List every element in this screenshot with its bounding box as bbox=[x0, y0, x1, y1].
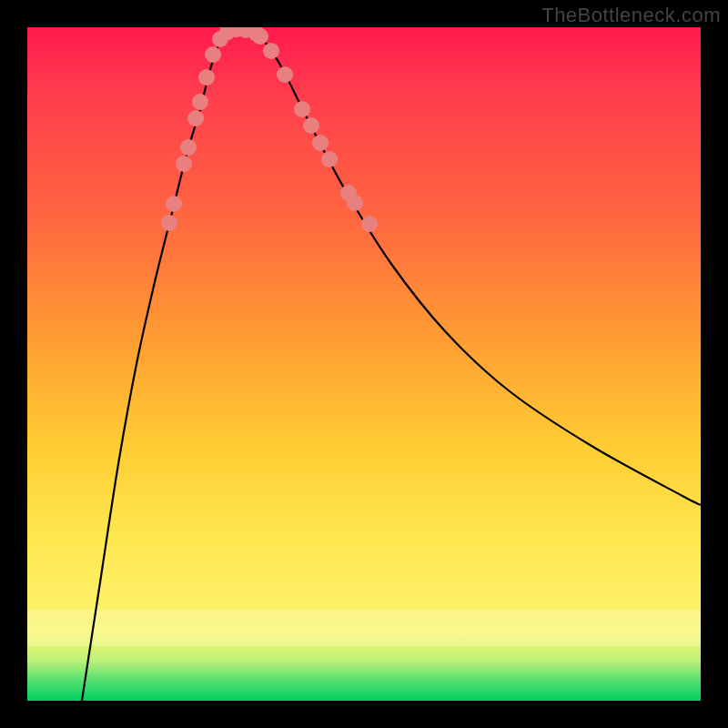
marker-dot bbox=[180, 139, 197, 156]
chart-frame: TheBottleneck.com bbox=[0, 0, 728, 728]
bottleneck-curve bbox=[82, 28, 701, 701]
marker-dot bbox=[198, 69, 215, 86]
marker-dot bbox=[192, 94, 208, 110]
marker-dot bbox=[205, 46, 221, 63]
marker-dot bbox=[176, 156, 192, 172]
plot-area bbox=[27, 27, 701, 701]
marker-dot bbox=[252, 28, 268, 45]
marker-dot bbox=[161, 215, 177, 231]
curve-svg bbox=[27, 27, 701, 701]
curve-path-group bbox=[82, 28, 701, 701]
marker-dot bbox=[347, 195, 363, 211]
marker-dot bbox=[166, 196, 182, 212]
marker-dot bbox=[294, 101, 310, 117]
marker-dot bbox=[187, 110, 204, 126]
marker-dot bbox=[303, 117, 319, 134]
watermark-text: TheBottleneck.com bbox=[541, 4, 721, 27]
marker-dot bbox=[321, 151, 338, 167]
marker-dot bbox=[277, 66, 293, 83]
marker-dot bbox=[361, 216, 378, 232]
marker-dot bbox=[263, 43, 279, 59]
marker-dot bbox=[312, 135, 329, 151]
